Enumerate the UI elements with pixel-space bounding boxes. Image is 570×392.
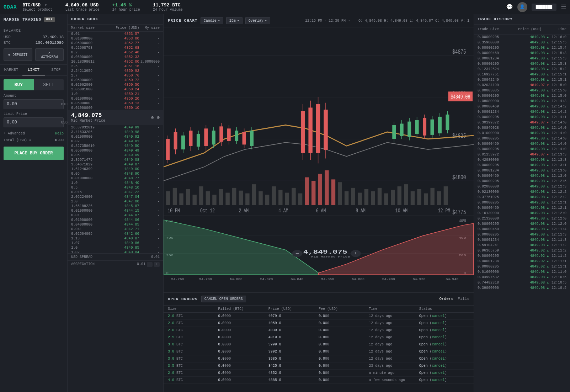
tab-orders[interactable]: Orders: [439, 297, 453, 301]
withdraw-button[interactable]: ↗ WITHDRAW: [35, 48, 64, 61]
order-book-bid-row[interactable]: 1.65188226 4845.87 -: [68, 204, 163, 208]
trade-history-row[interactable]: 0.00000205 4849.08 ▲ 12:12:5: [474, 179, 570, 184]
help-link[interactable]: Help: [55, 132, 64, 136]
trade-history-row[interactable]: 0.00000469 4849.08 ▲ 12:12:1: [474, 205, 570, 211]
order-book-bid-row[interactable]: 1.02 4840.84 -: [68, 250, 163, 253]
trade-history-row[interactable]: 0.00001234 4849.08 ▲ 12:15:3: [474, 56, 570, 61]
order-cancel-link[interactable]: cancel: [432, 357, 445, 361]
order-cancel-link[interactable]: cancel: [432, 371, 445, 375]
trade-history-row[interactable]: 0.01600000 4849.08 ▲ 12:11:0: [474, 269, 570, 275]
tab-market[interactable]: MARKET: [0, 65, 22, 75]
order-book-bid-row[interactable]: 0.01000000 4848.77 -: [68, 176, 163, 181]
amount-input[interactable]: [4, 100, 61, 109]
order-book-ask-row[interactable]: 0.05000000 4852.77 -: [68, 41, 163, 46]
trade-history-row[interactable]: 0.00001234 4849.08 ▲ 12:14:2: [474, 109, 570, 115]
order-book-ask-row[interactable]: 2.06081000 4850.24 -: [68, 87, 163, 92]
deposit-button[interactable]: ⊕ DEPOSIT: [4, 48, 32, 61]
trade-history-row[interactable]: 0.37761025 4849.08 ▲ 12:12:2: [474, 195, 570, 200]
order-cancel-link[interactable]: cancel: [432, 314, 445, 318]
order-book-ask-row[interactable]: 0.01000000 4850.20 -: [68, 96, 163, 101]
order-book-bid-row[interactable]: 0.015 4847.22 -: [68, 190, 163, 195]
trade-history-row[interactable]: 0.00000205 4849.08 ▲ 12:14:0: [474, 147, 570, 152]
order-book-ask-row[interactable]: 0.01000000 4853.00 -: [68, 36, 163, 41]
order-book-ask-row[interactable]: 10.18398012 4852.00 2.0000000: [68, 59, 163, 64]
order-cancel-link[interactable]: cancel: [432, 328, 445, 332]
trade-history-row[interactable]: 0.12342624 4849.08 ▲ 12:15:2: [474, 67, 570, 72]
order-book-bid-row[interactable]: 0.01000000 4849.92 -: [68, 134, 163, 139]
order-book-bid-row[interactable]: 1.13 4840.87 -: [68, 236, 163, 241]
order-cancel-link[interactable]: cancel: [432, 321, 445, 325]
trade-history-row[interactable]: 0.00000205 4849.02 ▲ 12:11:1: [474, 264, 570, 269]
overlay-button[interactable]: Overlay ▾: [245, 17, 270, 24]
order-book-bid-row[interactable]: 0.05000000 4849.49 -: [68, 148, 163, 153]
trade-history-row[interactable]: 0.00001234 4849.08 ▲ 12:11:3: [474, 237, 570, 243]
trade-history-row[interactable]: 0.16130000 4849.08 ▲ 12:12:0: [474, 211, 570, 216]
order-book-bid-row[interactable]: 0.5 4848.10 -: [68, 185, 163, 190]
order-book-bid-row[interactable]: 2.0 4847.00 -: [68, 199, 163, 204]
trade-history-row[interactable]: 0.42080000 4849.08 ▲ 12:13:3: [474, 157, 570, 163]
advanced-link[interactable]: › Advanced: [4, 132, 25, 136]
order-book-ask-row[interactable]: 0.2 4852.40 -: [68, 50, 163, 55]
sell-button[interactable]: SELL: [34, 79, 64, 90]
trade-history-row[interactable]: 0.00000205 4849.08 ▲ 12:15:4: [474, 45, 570, 51]
order-cancel-link[interactable]: cancel: [432, 378, 445, 382]
trade-history-row[interactable]: 0.16927751 4849.08 ▲ 12:15:1: [474, 72, 570, 77]
trade-history-row[interactable]: 0.30199372 4849.07 ▼ 12:14:0: [474, 120, 570, 125]
trade-history-row[interactable]: 0.00000469 4849.08 ▲ 12:15:3: [474, 51, 570, 56]
trade-history-row[interactable]: 0.01000000 4849.08 ▲ 12:14:0: [474, 131, 570, 136]
order-book-bid-row[interactable]: 1.0 4840.85 -: [68, 245, 163, 250]
trade-history-row[interactable]: 0.02080000 4849.08 ▲ 12:12:3: [474, 184, 570, 189]
order-book-ask-row[interactable]: 0.01000000 4850.10 -: [68, 106, 163, 110]
trade-history-row[interactable]: 0.00000469 4849.08 ▲ 12:13:0: [474, 173, 570, 179]
order-book-bid-row[interactable]: 0.01 4844.07 -: [68, 213, 163, 218]
order-book-ask-row[interactable]: 1.0 4850.21 -: [68, 92, 163, 96]
order-book-ask-row[interactable]: 0.01 4853.57 -: [68, 32, 163, 36]
time-frame-button[interactable]: 15m ▾: [226, 17, 243, 24]
buy-button[interactable]: BUY: [4, 79, 34, 90]
trade-history-row[interactable]: 0.00000205 4849.08 ▲ 12:15:3: [474, 61, 570, 67]
order-book-bid-row[interactable]: 1.61246399 4849.00 -: [68, 167, 163, 171]
tab-limit[interactable]: LIMIT: [22, 65, 45, 75]
order-book-bid-row[interactable]: 0.02 4849.81 -: [68, 139, 163, 144]
trade-history-row[interactable]: 0.92130000 4849.08 ▲ 12:12:2: [474, 189, 570, 195]
order-book-ask-row[interactable]: 2.24213959 4850.92 -: [68, 69, 163, 73]
order-book-bid-row[interactable]: 0.05 4848.90 -: [68, 171, 163, 176]
order-book-bid-row[interactable]: 2.06224000 4847.04 -: [68, 195, 163, 199]
zoom-in-icon[interactable]: ⊕: [157, 115, 160, 121]
order-book-bid-row[interactable]: 26.87032019 4849.99 -: [68, 125, 163, 130]
tab-fills[interactable]: Fills: [458, 297, 469, 301]
menu-icon[interactable]: ☰: [561, 3, 566, 11]
candle-type-button[interactable]: Candle ▾: [201, 17, 223, 24]
order-book-bid-row[interactable]: 0.01000000 4844.15 -: [68, 208, 163, 213]
cancel-open-orders-button[interactable]: CANCEL OPEN ORDERS: [201, 296, 246, 302]
order-book-bid-row[interactable]: 0.04000000 4844.05 -: [68, 222, 163, 227]
limit-price-input[interactable]: [4, 118, 61, 127]
order-book-bid-row[interactable]: 0.01000000 4844.06 -: [68, 218, 163, 222]
pair-selector[interactable]: BTC/USD ▾ Select product: [23, 2, 53, 12]
trade-history-row[interactable]: 0.00000205 4849.08 ▲ 12:16:0: [474, 35, 570, 40]
trade-history-row[interactable]: 0.00846028 4849.08 ▲ 12:14:0: [474, 125, 570, 131]
trade-history-row[interactable]: 0.00003085 4849.08 ▲ 12:15:0: [474, 88, 570, 93]
trade-history-row[interactable]: 0.00001234 4849.02 ▲ 12:11:1: [474, 259, 570, 264]
order-book-ask-row[interactable]: 2.7 4850.76 -: [68, 73, 163, 78]
trade-history-row[interactable]: 0.39000000 4849.08 ▲ 12:10:5: [474, 285, 570, 291]
trade-history-row[interactable]: 0.30042249 4849.08 ▲ 12:15:1: [474, 77, 570, 83]
order-cancel-link[interactable]: cancel: [432, 335, 445, 339]
trade-history-row[interactable]: 0.04997682 4849.08 ▲ 12:10:5: [474, 275, 570, 280]
trade-history-row[interactable]: 1.08080000 4849.08 ▲ 12:14:3: [474, 99, 570, 104]
order-book-ask-row[interactable]: 0.52668793 4852.68 -: [68, 46, 163, 50]
zoom-out-icon[interactable]: ⊖: [151, 115, 154, 121]
trade-history-row[interactable]: 0.00000205 4849.02 ▲ 12:11:2: [474, 253, 570, 259]
trade-history-row[interactable]: 0.00000469 4849.08 ▲ 12:14:2: [474, 104, 570, 109]
chat-icon[interactable]: 💬: [506, 4, 513, 11]
trade-history-row[interactable]: 0.02034199 4849.07 ▼ 12:15:0: [474, 83, 570, 88]
order-book-bid-row[interactable]: 3.64671829 4849.07 -: [68, 162, 163, 167]
order-book-bid-row[interactable]: 3.41633206 4849.98 -: [68, 130, 163, 134]
trade-history-row[interactable]: 0.00000469 4849.08 ▲ 12:14:0: [474, 141, 570, 147]
order-book-bid-row[interactable]: 2.36971475 4849.08 -: [68, 158, 163, 162]
order-book-bid-row[interactable]: 0.05 4849.09 -: [68, 153, 163, 158]
margin-toggle[interactable]: OFF: [44, 17, 54, 22]
avatar[interactable]: 👤: [517, 2, 527, 12]
tab-stop[interactable]: STOP: [45, 65, 67, 75]
trade-history-row[interactable]: 0.00001234 4849.08 ▲ 12:13:0: [474, 168, 570, 173]
